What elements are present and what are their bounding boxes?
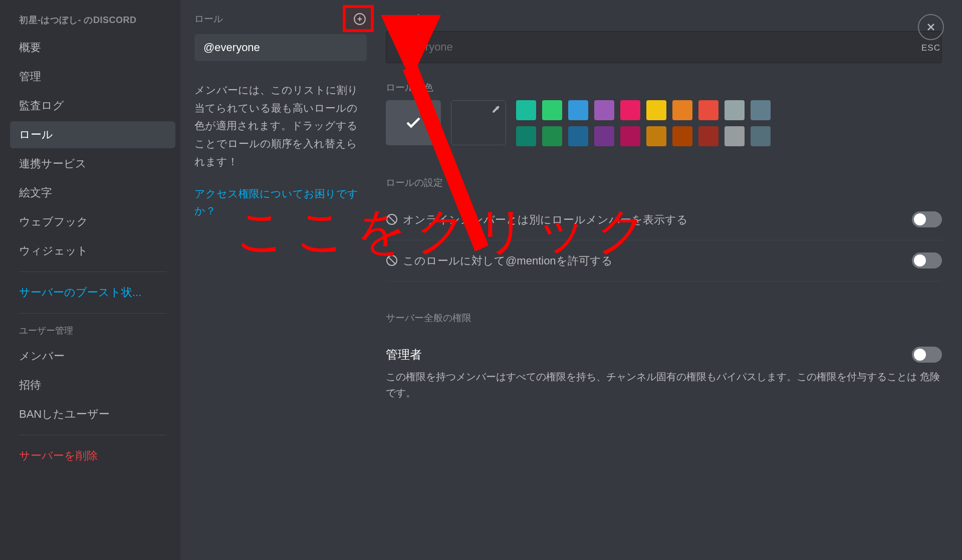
role-item-everyone[interactable]: @everyone xyxy=(194,34,367,61)
color-swatch[interactable] xyxy=(751,126,771,146)
eyedropper-icon xyxy=(492,105,501,116)
perm-admin-title: 管理者 xyxy=(386,347,422,363)
color-swatch[interactable] xyxy=(542,126,562,146)
svg-line-6 xyxy=(388,257,395,264)
color-swatch[interactable] xyxy=(516,126,536,146)
color-swatch-grid xyxy=(516,100,771,146)
role-color-custom-picker[interactable] xyxy=(451,100,506,145)
color-swatch[interactable] xyxy=(672,100,692,120)
sidebar-item-delete-server[interactable]: サーバーを削除 xyxy=(10,442,175,469)
prohibit-icon xyxy=(386,213,398,225)
toggle-administrator[interactable] xyxy=(912,347,942,363)
role-name-input[interactable] xyxy=(386,31,942,63)
close-esc-label: ESC xyxy=(918,43,944,53)
sidebar-item-audit-log[interactable]: 監査ログ xyxy=(10,92,175,119)
close-icon xyxy=(925,21,937,33)
role-list-column: ロール @everyone メンバーには、このリストに割り当てられている最も高い… xyxy=(180,0,381,560)
color-swatch[interactable] xyxy=(646,100,666,120)
color-swatch[interactable] xyxy=(725,126,745,146)
server-permissions-section-title: サーバー全般の権限 xyxy=(386,312,942,325)
toggle-allow-mention[interactable] xyxy=(912,252,942,268)
sidebar-item-emoji[interactable]: 絵文字 xyxy=(10,179,175,206)
color-swatch[interactable] xyxy=(751,100,771,120)
divider xyxy=(19,435,166,435)
toggle-display-separate[interactable] xyxy=(912,211,942,227)
role-color-default[interactable] xyxy=(386,100,441,145)
color-swatch[interactable] xyxy=(594,126,614,146)
sidebar-item-overview[interactable]: 概要 xyxy=(10,34,175,61)
role-list-hint: メンバーには、このリストに割り当てられている最も高いロールの色が適用されます。ド… xyxy=(194,81,367,170)
role-name-label: ロール名 xyxy=(386,12,942,25)
divider xyxy=(19,271,166,272)
role-settings-section-title: ロールの設定 xyxy=(386,176,942,189)
sidebar-section-user-mgmt: ユーザー管理 xyxy=(10,321,175,341)
close-button[interactable] xyxy=(918,14,944,40)
role-color-label: ロールの色 xyxy=(386,81,942,94)
sidebar-item-roles[interactable]: ロール xyxy=(10,121,175,148)
svg-line-4 xyxy=(388,216,395,223)
add-role-button[interactable] xyxy=(353,12,367,26)
sidebar-item-webhooks[interactable]: ウェブフック xyxy=(10,208,175,235)
perm-allow-mention-label: このロールに対して@mentionを許可する xyxy=(403,252,613,269)
settings-sidebar: 初星-はつぼし- のDISCORD 概要 管理 監査ログ ロール 連携サービス … xyxy=(0,0,180,560)
sidebar-item-boost-status[interactable]: サーバーのブースト状... xyxy=(10,279,175,306)
sidebar-item-invites[interactable]: 招待 xyxy=(10,372,175,399)
prohibit-icon xyxy=(386,254,398,266)
divider xyxy=(19,313,166,314)
color-swatch[interactable] xyxy=(698,126,718,146)
color-swatch[interactable] xyxy=(542,100,562,120)
sidebar-item-members[interactable]: メンバー xyxy=(10,343,175,370)
check-icon xyxy=(404,114,422,132)
sidebar-item-moderation[interactable]: 管理 xyxy=(10,63,175,90)
close-area: ESC xyxy=(918,14,944,53)
role-settings-content: ロール名 ロールの色 ロールの設定 オンラインメンバーとは別にロールメンバー xyxy=(381,0,962,560)
sidebar-item-integrations[interactable]: 連携サービス xyxy=(10,150,175,177)
plus-circle-icon xyxy=(353,13,366,26)
color-swatch[interactable] xyxy=(672,126,692,146)
perm-admin-description: この権限を持つメンバーはすべての権限を持ち、チャンネル固有の権限もバイパスします… xyxy=(386,369,942,401)
role-list-title: ロール xyxy=(194,13,223,26)
color-swatch[interactable] xyxy=(725,100,745,120)
color-swatch[interactable] xyxy=(620,100,640,120)
color-swatch[interactable] xyxy=(568,126,588,146)
color-swatch[interactable] xyxy=(620,126,640,146)
color-swatch[interactable] xyxy=(568,100,588,120)
sidebar-item-bans[interactable]: BANしたユーザー xyxy=(10,401,175,428)
color-swatch[interactable] xyxy=(516,100,536,120)
color-swatch[interactable] xyxy=(698,100,718,120)
server-name: 初星-はつぼし- のDISCORD xyxy=(10,10,175,32)
color-swatch[interactable] xyxy=(594,100,614,120)
perm-display-separate-label: オンラインメンバーとは別にロールメンバーを表示する xyxy=(403,211,688,228)
role-permissions-help-link[interactable]: アクセス権限についてお困りですか？ xyxy=(194,185,367,219)
color-swatch[interactable] xyxy=(646,126,666,146)
sidebar-item-widget[interactable]: ウィジェット xyxy=(10,237,175,264)
